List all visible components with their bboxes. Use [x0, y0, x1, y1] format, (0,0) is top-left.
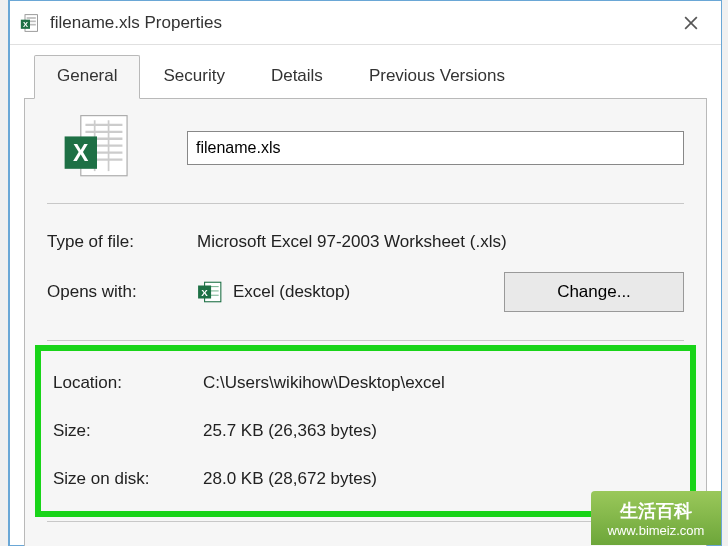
window-title: filename.xls Properties [50, 13, 671, 33]
type-of-file-label: Type of file: [47, 232, 197, 252]
size-row: Size: 25.7 KB (26,363 bytes) [47, 407, 684, 455]
tab-general[interactable]: General [34, 55, 140, 99]
excel-file-icon: X [20, 13, 40, 33]
opens-with-row: Opens with: X Excel (desktop) Change... [47, 262, 684, 322]
type-of-file-value: Microsoft Excel 97-2003 Worksheet (.xls) [197, 232, 684, 252]
location-value: C:\Users\wikihow\Desktop\excel [203, 373, 678, 393]
opens-with-label: Opens with: [47, 282, 197, 302]
opens-with-value: Excel (desktop) [233, 282, 350, 302]
size-on-disk-row: Size on disk: 28.0 KB (28,672 bytes) [47, 455, 684, 503]
watermark-text-top: 生活百科 [620, 499, 692, 523]
properties-dialog: X filename.xls Properties General Securi… [8, 0, 722, 546]
change-button[interactable]: Change... [504, 272, 684, 312]
svg-text:X: X [201, 287, 208, 298]
location-row: Location: C:\Users\wikihow\Desktop\excel [47, 359, 684, 407]
excel-file-large-icon: X [47, 113, 147, 183]
svg-text:X: X [23, 20, 28, 29]
divider [47, 340, 684, 341]
tabs-bar: General Security Details Previous Versio… [10, 45, 721, 98]
svg-text:X: X [73, 140, 89, 166]
type-section: Type of file: Microsoft Excel 97-2003 Wo… [25, 206, 706, 338]
close-button[interactable] [671, 5, 711, 41]
size-label: Size: [53, 421, 203, 441]
type-of-file-row: Type of file: Microsoft Excel 97-2003 Wo… [47, 222, 684, 262]
size-on-disk-label: Size on disk: [53, 469, 203, 489]
size-on-disk-value: 28.0 KB (28,672 bytes) [203, 469, 678, 489]
tab-details[interactable]: Details [248, 55, 346, 99]
general-panel: X Type of file: Microsoft Excel 97-2003 … [24, 98, 707, 546]
divider [47, 521, 684, 522]
divider [47, 203, 684, 204]
location-label: Location: [53, 373, 203, 393]
tab-previous-versions[interactable]: Previous Versions [346, 55, 528, 99]
file-header-row: X [25, 99, 706, 201]
created-row: Created: Today, April 17, 2017, 2 minute… [47, 540, 684, 546]
svg-rect-1 [27, 17, 36, 19]
size-value: 25.7 KB (26,363 bytes) [203, 421, 678, 441]
filename-input[interactable] [187, 131, 684, 165]
tab-security[interactable]: Security [140, 55, 247, 99]
excel-app-icon: X [197, 279, 223, 305]
watermark-text-url: www.bimeiz.com [608, 523, 705, 538]
watermark-badge: 生活百科 www.bimeiz.com [591, 491, 721, 545]
titlebar: X filename.xls Properties [10, 1, 721, 45]
